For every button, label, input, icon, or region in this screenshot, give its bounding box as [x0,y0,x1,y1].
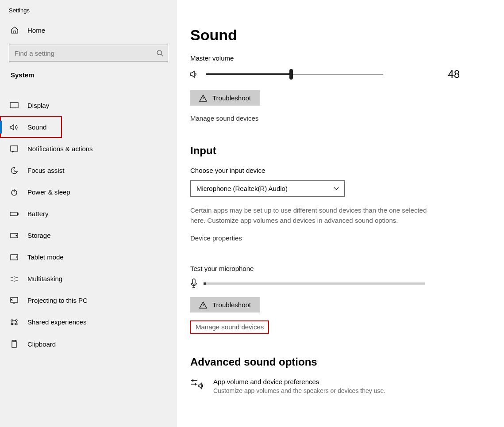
dropdown-value: Microphone (Realtek(R) Audio) [196,185,288,192]
app-volume-desc: Customize app volumes and the speakers o… [213,387,385,394]
search-input[interactable] [9,45,168,61]
search-icon [156,50,163,57]
nav-label: Power & sleep [27,188,70,196]
microphone-icon [190,278,197,288]
input-info-text: Certain apps may be set up to use differ… [190,206,438,225]
sidebar-item-storage[interactable]: Storage [0,225,177,246]
svg-point-12 [11,323,13,325]
svg-rect-1 [10,103,18,108]
sidebar-item-notifications[interactable]: Notifications & actions [0,138,177,160]
choose-input-label: Choose your input device [190,167,486,174]
project-icon [10,297,19,304]
nav-label: Focus assist [27,167,64,174]
svg-point-13 [15,323,17,325]
sidebar-item-shared-experiences[interactable]: Shared experiences [0,311,177,333]
power-icon [10,189,19,196]
volume-row: 48 [190,68,486,80]
sidebar: Settings Home System Display Sound Notif… [0,0,177,427]
svg-point-0 [157,50,162,55]
troubleshoot-output-button[interactable]: Troubleshoot [190,90,260,106]
sidebar-item-focus-assist[interactable]: Focus assist [0,160,177,181]
chevron-down-icon [334,187,339,191]
input-device-dropdown[interactable]: Microphone (Realtek(R) Audio) [190,180,345,197]
speaker-icon[interactable] [190,70,200,79]
svg-rect-2 [11,146,18,151]
nav-label: Projecting to this PC [27,297,88,304]
battery-icon [10,211,19,217]
manage-sound-devices-input-link[interactable]: Manage sound devices [190,320,269,334]
search-field[interactable] [15,50,156,57]
mic-test-row [190,278,486,288]
sidebar-item-clipboard[interactable]: Clipboard [0,333,177,355]
troubleshoot-input-button[interactable]: Troubleshoot [190,297,260,313]
share-icon [10,319,19,326]
svg-rect-5 [17,213,18,215]
home-nav[interactable]: Home [0,20,177,40]
svg-point-7 [16,235,17,236]
input-heading: Input [190,145,486,157]
warning-icon [199,95,207,102]
sidebar-item-sound[interactable]: Sound [0,116,62,138]
svg-rect-4 [10,212,17,216]
main-content: Sound Master volume 48 Troubleshoot Mana… [177,0,504,427]
notification-icon [10,145,19,152]
sidebar-item-multitasking[interactable]: Multitasking [0,268,177,290]
home-label: Home [27,27,45,34]
button-label: Troubleshoot [212,94,251,102]
speaker-icon [10,124,19,131]
warning-icon [199,301,207,309]
storage-icon [10,233,19,238]
sidebar-item-projecting[interactable]: Projecting to this PC [0,290,177,311]
device-properties-link[interactable]: Device properties [190,234,242,242]
sidebar-item-tablet-mode[interactable]: Tablet mode [0,246,177,268]
sidebar-item-battery[interactable]: Battery [0,203,177,225]
nav-label: Display [27,102,49,109]
nav-label: Shared experiences [27,318,86,326]
page-title: Sound [190,27,486,44]
mixer-icon [190,378,204,389]
clipboard-icon [10,340,19,348]
test-mic-label: Test your microphone [190,265,486,272]
nav-label: Storage [27,232,51,239]
nav-label: Clipboard [27,340,56,348]
nav-label: Battery [27,210,49,217]
tablet-icon [10,254,19,260]
category-title: System [0,68,177,85]
nav-label: Sound [27,123,46,131]
moon-icon [10,167,19,174]
nav-label: Tablet mode [27,253,64,261]
volume-slider[interactable] [206,73,383,75]
home-icon [11,26,19,34]
app-title: Settings [0,0,177,20]
advanced-heading: Advanced sound options [190,356,486,368]
manage-sound-devices-link[interactable]: Manage sound devices [190,114,258,122]
nav-label: Notifications & actions [27,145,93,152]
svg-point-10 [11,320,13,321]
nav-list: Display Sound Notifications & actions Fo… [0,95,177,355]
sidebar-item-power-sleep[interactable]: Power & sleep [0,181,177,203]
svg-rect-16 [192,279,195,284]
monitor-icon [10,102,19,109]
app-volume-preferences[interactable]: App volume and device preferences Custom… [190,378,486,394]
sidebar-item-display[interactable]: Display [0,95,177,116]
app-volume-title: App volume and device preferences [213,378,385,385]
svg-point-11 [15,320,17,321]
volume-value: 48 [448,68,486,80]
button-label: Troubleshoot [212,301,251,309]
multitask-icon [10,276,19,282]
master-volume-label: Master volume [190,54,486,62]
nav-label: Multitasking [27,275,62,282]
mic-level-bar [204,282,425,285]
